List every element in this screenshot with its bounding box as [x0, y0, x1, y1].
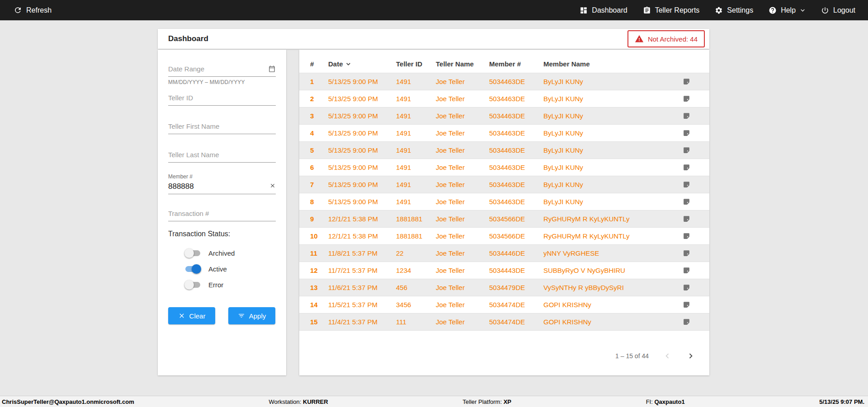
row-teller-id: 1491 [396, 146, 436, 154]
toggle-switch[interactable] [184, 281, 201, 288]
note-icon[interactable] [683, 112, 690, 120]
note-icon[interactable] [683, 249, 690, 257]
row-number: 13 [310, 284, 328, 291]
note-icon[interactable] [683, 78, 690, 85]
table-row[interactable]: 1311/6/21 5:37 PM456Joe Teller5034479DEV… [299, 279, 709, 296]
row-number: 7 [310, 181, 328, 188]
row-member-number: 5034566DE [489, 215, 543, 223]
not-archived-label: Not Archived: 44 [648, 35, 698, 43]
table-row[interactable]: 65/13/25 9:00 PM1491Joe Teller5034463DEB… [299, 159, 709, 176]
row-teller-name: Joe Teller [436, 318, 489, 326]
clear-button[interactable]: Clear [168, 307, 215, 324]
toggle-switch[interactable] [184, 250, 201, 257]
toggle-error-label: Error [208, 281, 223, 289]
row-teller-name: Joe Teller [436, 215, 489, 223]
toggle-switch[interactable] [184, 266, 201, 272]
table-row[interactable]: 1411/5/21 5:37 PM3456Joe Teller5034474DE… [299, 296, 709, 313]
table-row[interactable]: 1511/4/21 5:37 PM111Joe Teller5034474DEG… [299, 313, 709, 331]
footer-platform: Teller Platform: XP [462, 398, 511, 405]
note-icon[interactable] [683, 215, 690, 223]
table-row[interactable]: 35/13/25 9:00 PM1491Joe Teller5034463DEB… [299, 108, 709, 125]
row-number: 6 [310, 164, 328, 171]
note-icon[interactable] [683, 267, 690, 274]
note-icon[interactable] [683, 129, 690, 137]
row-number: 15 [310, 318, 328, 326]
nav-settings[interactable]: Settings [715, 6, 753, 14]
toggle-active[interactable]: Active [184, 261, 276, 277]
pagination-range: 1 – 15 of 44 [615, 352, 649, 360]
row-member-name: ByLyJI KUNy [543, 129, 670, 137]
note-icon[interactable] [683, 232, 690, 240]
row-member-name: SUBByRyO V NyGyBHIRU [543, 267, 670, 274]
teller-last-name-input[interactable] [168, 149, 276, 163]
refresh-button[interactable]: Refresh [14, 6, 52, 14]
note-icon[interactable] [683, 284, 690, 291]
table-row[interactable]: 912/1/21 5:38 PM1881881Joe Teller5034566… [299, 211, 709, 228]
page-title: Dashboard [168, 34, 208, 43]
row-teller-name: Joe Teller [436, 249, 489, 257]
row-teller-id: 111 [396, 318, 436, 326]
prev-page-button[interactable] [662, 351, 672, 361]
row-member-number: 5034463DE [489, 146, 543, 154]
nav-logout[interactable]: Logout [821, 6, 855, 14]
row-member-name: ByLyJI KUNy [543, 181, 670, 188]
row-number: 10 [310, 232, 328, 240]
table-row[interactable]: 45/13/25 9:00 PM1491Joe Teller5034463DEB… [299, 125, 709, 142]
table-row[interactable]: 55/13/25 9:00 PM1491Joe Teller5034463DEB… [299, 142, 709, 159]
clear-member-icon[interactable] [269, 182, 276, 189]
row-member-name: ByLyJI KUNy [543, 164, 670, 171]
note-icon[interactable] [683, 164, 690, 171]
table-row[interactable]: 15/13/25 9:00 PM1491Joe Teller5034463DEB… [299, 73, 709, 90]
note-icon[interactable] [683, 146, 690, 154]
nav-logout-label: Logout [833, 6, 855, 14]
table-row[interactable]: 85/13/25 9:00 PM1491Joe Teller5034463DEB… [299, 193, 709, 211]
row-member-name: RyGHURyM R KyLyKUNTLy [543, 232, 670, 240]
footer-fi: FI: Qaxpauto1 [646, 398, 685, 405]
transaction-number-input[interactable] [168, 208, 276, 221]
toggle-archived[interactable]: Archived [184, 245, 276, 261]
pagination: 1 – 15 of 44 [615, 351, 696, 361]
row-member-number: 5034463DE [489, 78, 543, 85]
nav-teller-reports[interactable]: Teller Reports [643, 6, 700, 14]
table-row[interactable]: 1211/7/21 5:37 PM1234Joe Teller5034443DE… [299, 262, 709, 279]
apply-button[interactable]: Apply [228, 307, 275, 324]
calendar-icon[interactable] [268, 65, 276, 73]
note-icon[interactable] [683, 318, 690, 326]
note-icon[interactable] [683, 95, 690, 103]
gear-icon [715, 6, 723, 14]
col-teller-id: Teller ID [396, 60, 436, 68]
row-teller-name: Joe Teller [436, 198, 489, 206]
teller-first-name-input[interactable] [168, 121, 276, 134]
row-teller-name: Joe Teller [436, 284, 489, 291]
row-number: 5 [310, 146, 328, 154]
row-member-name: ByLyJI KUNy [543, 95, 670, 103]
col-date-sortable[interactable]: Date [328, 60, 396, 68]
nav-dashboard[interactable]: Dashboard [580, 6, 627, 14]
note-icon[interactable] [683, 198, 690, 206]
table-row[interactable]: 25/13/25 9:00 PM1491Joe Teller5034463DEB… [299, 90, 709, 108]
row-member-number: 5034474DE [489, 301, 543, 309]
not-archived-alert[interactable]: Not Archived: 44 [627, 30, 705, 47]
member-number-input[interactable] [168, 181, 276, 194]
table-row[interactable]: 1012/1/21 5:38 PM1881881Joe Teller503456… [299, 228, 709, 245]
col-member-name: Member Name [543, 60, 670, 68]
table-row[interactable]: 1111/8/21 5:37 PM22Joe Teller5034446DEyN… [299, 245, 709, 262]
toggle-error[interactable]: Error [184, 277, 276, 293]
power-icon [821, 6, 829, 14]
row-member-name: ByLyJI KUNy [543, 78, 670, 85]
row-teller-name: Joe Teller [436, 164, 489, 171]
note-icon[interactable] [683, 301, 690, 309]
row-teller-id: 1491 [396, 129, 436, 137]
member-number-field: Member # [168, 173, 276, 194]
nav-help-label: Help [781, 6, 796, 14]
row-member-name: yNNY VyRGHESE [543, 249, 670, 257]
date-range-input[interactable] [168, 63, 276, 77]
note-icon[interactable] [683, 181, 690, 188]
row-date: 5/13/25 9:00 PM [328, 112, 396, 120]
row-teller-name: Joe Teller [436, 78, 489, 85]
nav-help[interactable]: Help [769, 6, 806, 14]
next-page-button[interactable] [686, 351, 696, 361]
teller-id-input[interactable] [168, 92, 276, 106]
row-number: 14 [310, 301, 328, 309]
table-row[interactable]: 75/13/25 9:00 PM1491Joe Teller5034463DEB… [299, 176, 709, 193]
